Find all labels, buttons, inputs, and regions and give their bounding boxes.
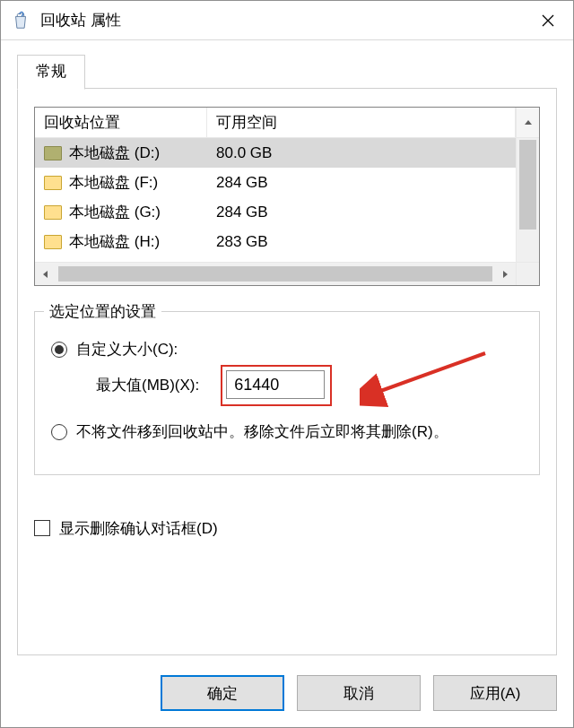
checkbox-icon [34,520,50,536]
dialog-buttons: 确定 取消 应用(A) [161,675,557,711]
table-row[interactable]: 本地磁盘 (F:) 284 GB [35,168,516,197]
drive-name: 本地磁盘 (G:) [69,202,161,222]
horizontal-scrollbar[interactable] [35,262,516,285]
close-button[interactable] [523,1,573,40]
group-legend: 选定位置的设置 [44,301,161,322]
ok-button[interactable]: 确定 [161,675,284,711]
vertical-scrollbar[interactable] [516,138,539,262]
listview-body: 本地磁盘 (D:) 80.0 GB 本地磁盘 (F:) 284 GB 本地磁盘 … [35,138,516,262]
table-row[interactable]: 本地磁盘 (H:) 283 GB [35,227,516,256]
drive-space: 284 GB [207,174,516,192]
max-value-row: 最大值(MB)(X): [96,370,523,399]
radio-icon [51,424,67,440]
radio-label: 不将文件移到回收站中。移除文件后立即将其删除(R)。 [76,420,448,444]
scroll-up-button[interactable] [516,108,539,137]
drive-space: 80.0 GB [207,144,516,162]
confirm-delete-checkbox[interactable]: 显示删除确认对话框(D) [34,518,540,539]
tab-general[interactable]: 常规 [17,55,85,90]
drive-name: 本地磁盘 (H:) [69,231,160,252]
size-settings-group: 选定位置的设置 自定义大小(C): 最大值(MB)(X): 不将文件移到回收站中… [34,311,540,475]
drive-listview[interactable]: 回收站位置 可用空间 本地磁盘 (D:) 80.0 GB 本地磁盘 (F:) 2… [34,107,540,286]
radio-no-recycle[interactable]: 不将文件移到回收站中。移除文件后立即将其删除(R)。 [51,420,523,444]
col-location[interactable]: 回收站位置 [35,108,207,137]
table-row[interactable]: 本地磁盘 (D:) 80.0 GB [35,138,516,168]
recycle-bin-properties-window: 回收站 属性 常规 回收站位置 可用空间 本地磁盘 (D:) 80.0 GB [0,0,574,728]
titlebar: 回收站 属性 [1,1,573,40]
scroll-left-button[interactable] [35,264,57,285]
drive-icon [44,205,62,220]
tabstrip: 常规 [17,55,557,89]
drive-space: 283 GB [207,233,516,251]
cancel-button[interactable]: 取消 [297,675,421,711]
radio-label: 自定义大小(C): [76,339,178,360]
table-row[interactable]: 本地磁盘 (G:) 284 GB [35,197,516,227]
col-space[interactable]: 可用空间 [207,108,516,137]
drive-icon [44,235,62,249]
drive-name: 本地磁盘 (F:) [69,172,158,193]
checkbox-label: 显示删除确认对话框(D) [59,518,218,539]
drive-space: 284 GB [207,204,516,221]
window-title: 回收站 属性 [40,10,121,30]
scrollbar-thumb[interactable] [519,140,536,230]
tab-body: 回收站位置 可用空间 本地磁盘 (D:) 80.0 GB 本地磁盘 (F:) 2… [17,89,557,655]
radio-custom-size[interactable]: 自定义大小(C): [51,339,523,360]
apply-button[interactable]: 应用(A) [433,675,557,711]
scrollbar-thumb[interactable] [58,266,492,282]
recycle-bin-icon [10,10,31,31]
listview-header: 回收站位置 可用空间 [35,108,539,138]
max-value-input[interactable] [226,370,325,399]
max-value-label: 最大值(MB)(X): [96,375,199,395]
drive-name: 本地磁盘 (D:) [69,143,160,163]
radio-icon [51,342,67,358]
drive-icon [44,146,62,160]
drive-icon [44,176,62,190]
scroll-right-button[interactable] [494,264,516,285]
